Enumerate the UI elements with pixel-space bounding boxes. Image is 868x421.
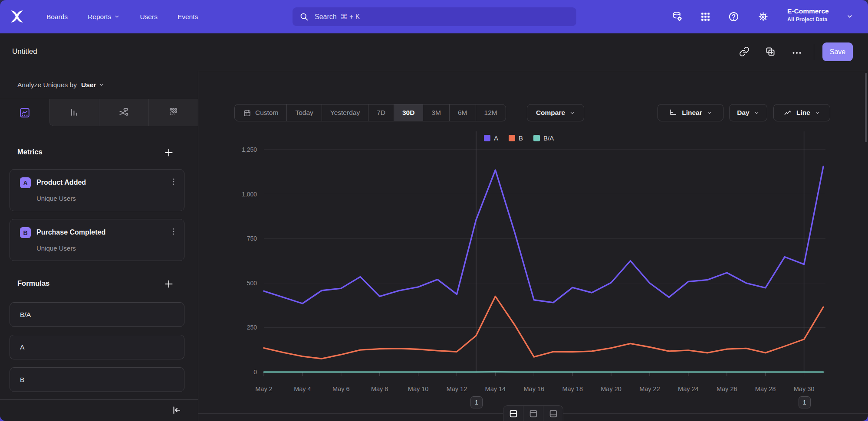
y-axis-label: 750 — [247, 235, 257, 242]
metric-aggregation[interactable]: Unique Users — [36, 245, 76, 252]
chart-type-label: Line — [796, 109, 810, 117]
annotation-badge[interactable]: 1 — [470, 396, 483, 408]
chevron-down-icon — [707, 110, 712, 116]
date-range-label: 3M — [431, 109, 441, 117]
date-range-label: Today — [295, 109, 313, 117]
x-axis-label: May 20 — [601, 385, 621, 392]
add-formula-button[interactable] — [163, 278, 174, 290]
report-title[interactable]: Untitled — [12, 47, 37, 56]
date-range-6m[interactable]: 6M — [449, 104, 476, 121]
x-axis-label: May 18 — [562, 385, 583, 392]
query-sidebar: Analyze Uniques by User Metrics — [0, 71, 198, 421]
metrics-heading: Metrics — [17, 148, 43, 156]
layout-table-icon[interactable] — [543, 406, 563, 421]
analyze-entity-value: User — [81, 81, 96, 89]
x-axis-label: May 28 — [755, 385, 776, 392]
layout-split-icon[interactable] — [503, 406, 523, 421]
tab-bar-chart[interactable] — [49, 99, 99, 126]
mixpanel-logo-icon[interactable] — [10, 9, 24, 24]
date-range-label: 12M — [484, 109, 497, 117]
nav-item-label: Users — [140, 13, 157, 21]
metric-aggregation[interactable]: Unique Users — [36, 195, 76, 202]
chevron-down-icon — [846, 13, 853, 20]
date-range-12m[interactable]: 12M — [476, 104, 506, 121]
add-metric-button[interactable] — [163, 147, 174, 158]
search-input[interactable] — [314, 13, 576, 21]
tab-flow[interactable] — [99, 99, 148, 126]
formula-card[interactable]: B — [10, 367, 184, 392]
date-range-7d[interactable]: 7D — [368, 104, 394, 121]
tab-insights-line[interactable] — [0, 99, 49, 126]
panel-layout-toggle — [503, 405, 563, 421]
date-range-3m[interactable]: 3M — [423, 104, 449, 121]
header-divider — [814, 44, 814, 60]
analyze-row: Analyze Uniques by User — [0, 71, 198, 99]
interval-label: Day — [737, 109, 749, 117]
metric-card-a[interactable]: A Product Added Unique Users — [10, 169, 184, 211]
date-range-label: 30D — [402, 109, 414, 117]
nav-item-events[interactable]: Events — [178, 13, 198, 21]
metric-title: Purchase Completed — [36, 228, 105, 236]
nav-item-users[interactable]: Users — [140, 13, 157, 21]
layout-chart-icon[interactable] — [523, 406, 543, 421]
collapse-sidebar-icon[interactable] — [171, 405, 181, 415]
metric-title: Product Added — [36, 179, 86, 186]
formula-card[interactable]: B/A — [10, 302, 184, 327]
metric-kebab-icon[interactable] — [169, 177, 178, 188]
y-axis-label: 250 — [247, 324, 257, 331]
chart-type-tabs — [0, 99, 198, 126]
date-range-today[interactable]: Today — [286, 104, 321, 121]
settings-gear-icon[interactable] — [758, 11, 769, 22]
nav-item-boards[interactable]: Boards — [46, 13, 68, 21]
nav-item-label: Reports — [88, 13, 111, 21]
metric-letter-badge: A — [20, 177, 31, 188]
nav-item-label: Events — [178, 13, 198, 21]
save-button[interactable]: Save — [822, 42, 853, 61]
date-range-label: 7D — [377, 109, 385, 117]
report-header: Untitled Save — [0, 33, 868, 71]
scrollbar-thumb[interactable] — [865, 73, 867, 142]
x-axis-label: May 10 — [408, 385, 429, 392]
chevron-down-icon — [569, 110, 575, 116]
y-axis-label: 0 — [253, 369, 257, 375]
line-chart[interactable]: 02505007501,0001,250May 2May 4May 6May 8… — [198, 124, 868, 421]
x-axis-label: May 30 — [794, 385, 815, 392]
compare-button[interactable]: Compare — [527, 104, 584, 121]
project-switcher[interactable]: E-Commerce All Project Data — [787, 7, 829, 23]
interval-dropdown[interactable]: Day — [729, 104, 767, 121]
x-axis-label: May 6 — [332, 385, 350, 392]
chevron-down-icon — [114, 14, 120, 20]
nav-item-reports[interactable]: Reports — [88, 13, 120, 21]
date-range-label: Yesterday — [330, 109, 360, 117]
analyze-entity-dropdown[interactable]: User — [81, 81, 104, 89]
formula-label: B — [20, 376, 24, 384]
data-management-icon[interactable] — [672, 11, 683, 22]
compare-label: Compare — [536, 109, 565, 117]
formula-card[interactable]: A — [10, 335, 184, 359]
search-icon — [299, 12, 309, 21]
chevron-down-icon — [99, 82, 104, 88]
apps-grid-icon[interactable] — [700, 11, 711, 22]
x-axis-label: May 4 — [294, 385, 311, 392]
x-axis-label: May 2 — [255, 385, 273, 392]
date-range-yesterday[interactable]: Yesterday — [322, 104, 368, 121]
scale-dropdown[interactable]: Linear — [658, 104, 723, 121]
date-range-custom[interactable]: Custom — [235, 104, 286, 121]
app-window: BoardsReportsUsersEvents E-Commerce All … — [0, 0, 868, 421]
sidebar-footer — [0, 399, 198, 421]
help-icon[interactable] — [728, 11, 739, 22]
copy-link-icon[interactable] — [739, 46, 750, 57]
duplicate-icon[interactable] — [765, 46, 776, 57]
chart-type-dropdown[interactable]: Line — [773, 104, 830, 121]
x-axis-label: May 26 — [717, 385, 737, 392]
annotation-badge[interactable]: 1 — [799, 396, 811, 408]
search-bar[interactable] — [293, 7, 576, 26]
nav-menu: BoardsReportsUsersEvents — [46, 0, 198, 33]
tab-retention[interactable] — [148, 99, 198, 126]
more-options-icon[interactable] — [792, 48, 802, 58]
chevron-down-icon — [754, 110, 760, 116]
metric-card-b[interactable]: B Purchase Completed Unique Users — [10, 219, 184, 261]
date-range-30d[interactable]: 30D — [394, 104, 423, 121]
metric-letter-badge: B — [20, 227, 31, 238]
metric-kebab-icon[interactable] — [169, 227, 178, 238]
